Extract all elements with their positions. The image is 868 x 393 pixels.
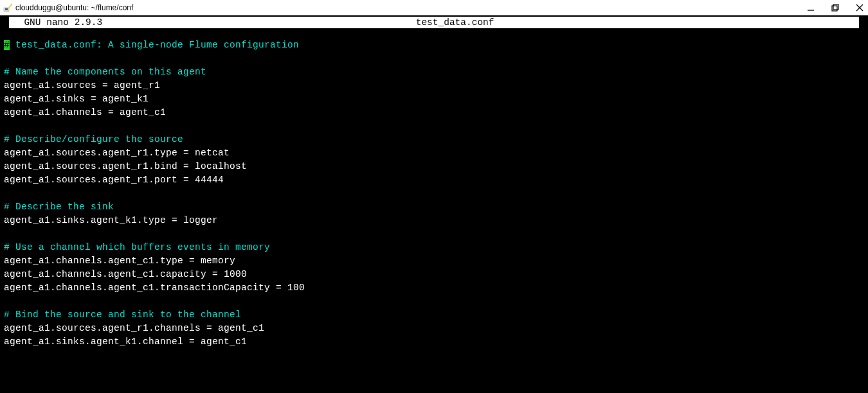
config-line: agent_a1.sources.agent_r1.channels = age… xyxy=(4,322,864,335)
maximize-button[interactable] xyxy=(831,3,840,12)
config-line: agent_a1.channels.agent_c1.transactionCa… xyxy=(4,281,864,295)
blank-line xyxy=(4,295,864,308)
minimize-button[interactable] xyxy=(806,3,815,12)
svg-rect-1 xyxy=(5,8,8,10)
nano-header: GNU nano 2.9.3 test_data.conf xyxy=(9,17,859,28)
editor-content[interactable]: # test_data.conf: A single-node Flume co… xyxy=(4,28,864,349)
svg-rect-6 xyxy=(833,4,838,10)
config-line: agent_a1.sources.agent_r1.bind = localho… xyxy=(4,160,864,173)
svg-rect-5 xyxy=(832,6,837,11)
blank-line xyxy=(4,52,864,66)
close-button[interactable] xyxy=(855,3,864,12)
terminal-area[interactable]: GNU nano 2.9.3 test_data.conf # test_dat… xyxy=(0,15,868,353)
blank-line xyxy=(4,187,864,200)
config-line: agent_a1.sources = agent_r1 xyxy=(4,79,864,92)
config-line: agent_a1.sources.agent_r1.port = 44444 xyxy=(4,173,864,187)
comment-line: # Bind the source and sink to the channe… xyxy=(4,308,864,322)
comment-line: # Name the components on this agent xyxy=(4,66,864,79)
comment-line: # Use a channel which buffers events in … xyxy=(4,241,864,254)
window-titlebar: cloudduggu@ubuntu: ~/flume/conf xyxy=(0,0,868,15)
config-line: agent_a1.sinks.agent_k1.channel = agent_… xyxy=(4,335,864,349)
window-title: cloudduggu@ubuntu: ~/flume/conf xyxy=(15,3,806,12)
blank-line xyxy=(4,119,864,133)
putty-icon xyxy=(3,3,13,13)
config-line: agent_a1.sinks = agent_k1 xyxy=(4,92,864,106)
config-line: agent_a1.sinks.agent_k1.type = logger xyxy=(4,214,864,227)
window-controls xyxy=(806,3,864,12)
nano-filename: test_data.conf xyxy=(102,17,808,28)
comment-line: # Describe the sink xyxy=(4,200,864,214)
config-line: agent_a1.channels = agent_c1 xyxy=(4,106,864,119)
config-line: agent_a1.sources.agent_r1.type = netcat xyxy=(4,146,864,160)
comment-line: # test_data.conf: A single-node Flume co… xyxy=(4,39,864,52)
comment-line: # Describe/configure the source xyxy=(4,133,864,146)
cursor: # xyxy=(4,40,10,50)
config-line: agent_a1.channels.agent_c1.type = memory xyxy=(4,254,864,268)
blank-line xyxy=(4,227,864,241)
nano-version: GNU nano 2.9.3 xyxy=(9,17,102,28)
config-line: agent_a1.channels.agent_c1.capacity = 10… xyxy=(4,268,864,281)
